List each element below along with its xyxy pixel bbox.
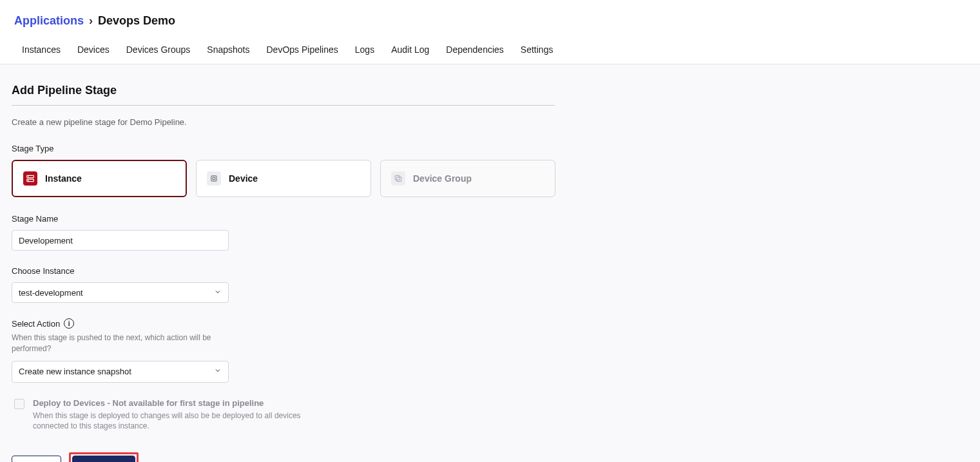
chevron-down-icon xyxy=(214,367,222,376)
chip-group-icon xyxy=(391,171,405,186)
tab-instances[interactable]: Instances xyxy=(22,44,61,55)
select-action-select[interactable]: Create new instance snapshot xyxy=(12,361,229,383)
deploy-to-devices-row: Deploy to Devices - Not available for fi… xyxy=(12,398,555,432)
choose-instance-selected: test-development xyxy=(19,288,83,298)
select-action-helper: When this stage is pushed to the next, w… xyxy=(12,332,231,354)
select-action-label: Select Action xyxy=(12,319,60,329)
title-rule xyxy=(12,105,555,106)
breadcrumb-separator: › xyxy=(89,14,93,28)
tab-settings[interactable]: Settings xyxy=(521,44,553,55)
cancel-button[interactable]: Cancel xyxy=(12,456,61,462)
choose-instance-label: Choose Instance xyxy=(12,266,555,276)
svg-rect-5 xyxy=(213,177,215,180)
select-action-field: Select Action i When this stage is pushe… xyxy=(12,318,555,383)
deploy-to-devices-text: Deploy to Devices - Not available for fi… xyxy=(33,398,303,432)
tab-devices-groups[interactable]: Devices Groups xyxy=(126,44,191,55)
stage-name-field: Stage Name xyxy=(12,214,555,251)
stage-type-device-label: Device xyxy=(229,173,258,184)
svg-point-2 xyxy=(28,177,29,177)
stage-name-label: Stage Name xyxy=(12,214,555,224)
stage-type-card-device[interactable]: Device xyxy=(196,160,371,197)
svg-rect-6 xyxy=(395,175,399,180)
breadcrumb-current: Devops Demo xyxy=(98,14,175,28)
stage-type-device-group-label: Device Group xyxy=(413,173,472,184)
tab-devices[interactable]: Devices xyxy=(77,44,110,55)
chip-icon xyxy=(207,171,221,186)
chevron-down-icon xyxy=(214,288,222,298)
select-action-selected: Create new instance snapshot xyxy=(19,367,131,376)
stage-type-card-device-group: Device Group xyxy=(380,160,555,197)
svg-rect-4 xyxy=(211,176,216,181)
choose-instance-field: Choose Instance test-development xyxy=(12,266,555,303)
page-description: Create a new pipeline stage for Demo Pip… xyxy=(12,117,555,127)
breadcrumb: Applications › Devops Demo xyxy=(0,0,980,34)
tab-snapshots[interactable]: Snapshots xyxy=(207,44,249,55)
tab-logs[interactable]: Logs xyxy=(355,44,374,55)
stage-type-instance-label: Instance xyxy=(45,173,82,184)
tab-dependencies[interactable]: Dependencies xyxy=(446,44,504,55)
server-icon xyxy=(23,171,37,186)
choose-instance-select[interactable]: test-development xyxy=(12,282,229,303)
deploy-to-devices-description: When this stage is deployed to changes w… xyxy=(33,410,303,432)
tab-audit-log[interactable]: Audit Log xyxy=(391,44,429,55)
tab-devops-pipelines[interactable]: DevOps Pipelines xyxy=(267,44,338,55)
deploy-to-devices-checkbox xyxy=(14,399,24,409)
svg-rect-7 xyxy=(397,177,401,182)
deploy-to-devices-label: Deploy to Devices - Not available for fi… xyxy=(33,398,303,408)
form-panel: Add Pipeline Stage Create a new pipeline… xyxy=(12,84,555,462)
svg-point-3 xyxy=(28,180,29,181)
add-stage-button[interactable]: Add Stage xyxy=(72,456,135,462)
page-body: Add Pipeline Stage Create a new pipeline… xyxy=(0,64,980,462)
add-stage-highlight: Add Stage xyxy=(69,452,139,462)
button-row: Cancel Add Stage xyxy=(12,452,555,462)
stage-type-card-instance[interactable]: Instance xyxy=(12,160,187,197)
stage-type-cards: Instance Device Device Group xyxy=(12,160,555,197)
tab-bar: Instances Devices Devices Groups Snapsho… xyxy=(0,34,980,64)
page-title: Add Pipeline Stage xyxy=(12,84,555,97)
info-icon[interactable]: i xyxy=(64,318,74,329)
stage-name-input[interactable] xyxy=(12,230,229,251)
breadcrumb-root-link[interactable]: Applications xyxy=(14,14,84,28)
stage-type-label: Stage Type xyxy=(12,144,555,153)
